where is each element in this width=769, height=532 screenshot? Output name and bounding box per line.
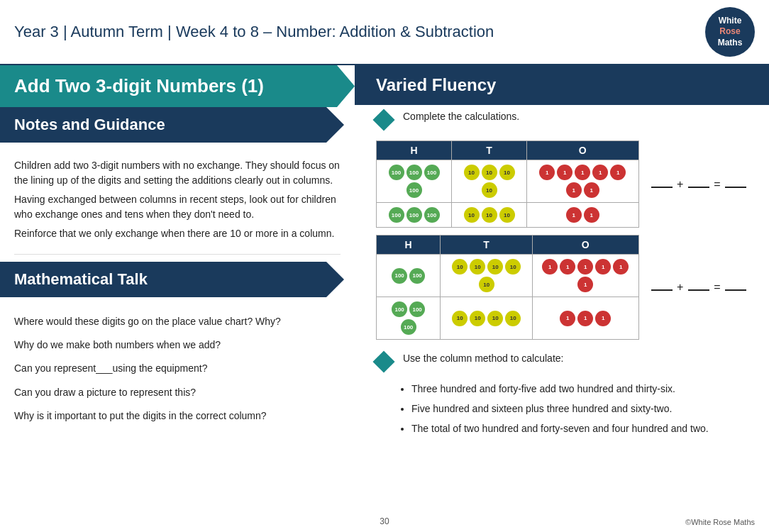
counter-green: 100 — [401, 319, 416, 335]
pv-table-2-wrapper: H T O 100 100 — [376, 235, 748, 340]
counter-red: 1 — [592, 165, 608, 180]
counter-yellow: 10 — [452, 259, 468, 275]
t1-r1-h: 100 100 100 100 — [377, 160, 452, 203]
counter-red: 1 — [560, 259, 575, 275]
counter-yellow: 10 — [499, 165, 515, 180]
bullet-list: Three hundred and forty-five add two hun… — [411, 381, 748, 437]
counter-yellow: 10 — [479, 277, 494, 292]
col-h-1: H — [377, 141, 452, 160]
instruction-1-text: Complete the calculations. — [403, 111, 519, 122]
logo-white: White — [719, 16, 742, 27]
footer-right: ©White Rose Maths — [685, 518, 755, 526]
notes-heading-text: Notes and Guidance — [14, 116, 165, 133]
right-col-inner: Complete the calculations. H T O — [355, 105, 769, 445]
counter-yellow: 10 — [464, 165, 480, 180]
varied-fluency-title: Varied Fluency — [376, 75, 496, 95]
counter-yellow: 10 — [482, 207, 497, 223]
counter-red: 1 — [557, 165, 572, 180]
table-row-2-1: 100 100 10 10 10 10 10 — [377, 255, 639, 297]
instruction-2: Use the column method to calculate: — [355, 347, 769, 375]
counter-green: 100 — [409, 268, 425, 284]
table-row-2-2: 100 100 100 10 10 10 10 — [377, 297, 639, 340]
counter-red: 1 — [542, 259, 558, 275]
counter-green: 100 — [406, 165, 422, 180]
col-o-1: O — [527, 141, 638, 160]
t2-r2-o: 1 1 1 — [533, 297, 639, 340]
varied-fluency-header: Varied Fluency — [355, 65, 769, 105]
bullet-1: Three hundred and forty-five add two hun… — [411, 381, 748, 398]
t2-r1-h: 100 100 — [377, 255, 441, 297]
pv-table-1-wrapper: H T O 100 100 100 10 — [376, 140, 748, 228]
counter-yellow: 10 — [470, 311, 485, 326]
left-column: Add Two 3-digit Numbers (1) Notes and Gu… — [0, 65, 355, 445]
page-number: 30 — [380, 516, 389, 526]
math-talk-q2: Why do we make both numbers when we add? — [14, 336, 341, 354]
t1-r1-o: 1 1 1 1 1 1 1 — [527, 160, 638, 203]
equation-2: + = — [650, 281, 748, 294]
bullet-2: Five hundred and sixteen plus three hund… — [411, 401, 748, 418]
table-row-1-2: 100 100 100 10 10 10 — [377, 203, 639, 228]
counter-green: 100 — [406, 182, 422, 198]
counter-yellow: 10 — [464, 207, 480, 223]
counter-green: 100 — [409, 301, 425, 317]
counter-yellow: 10 — [505, 259, 521, 275]
counter-green: 100 — [389, 165, 404, 180]
counter-green: 100 — [424, 165, 440, 180]
counter-yellow: 10 — [482, 182, 497, 198]
header-title-text: Year 3 | Autumn Term | Week 4 to 8 – Num… — [14, 23, 494, 40]
counter-green: 100 — [406, 207, 422, 223]
counter-green: 100 — [389, 207, 404, 223]
counter-yellow: 10 — [505, 311, 521, 326]
counter-yellow: 10 — [487, 311, 503, 326]
math-talk-heading-text: Mathematical Talk — [14, 270, 148, 288]
counter-red: 1 — [575, 165, 590, 180]
main-content: Add Two 3-digit Numbers (1) Notes and Gu… — [0, 65, 769, 445]
divider-1 — [14, 254, 341, 255]
diamond-icon-1 — [376, 112, 397, 128]
t1-r2-t: 10 10 10 — [452, 203, 527, 228]
counter-red: 1 — [560, 311, 575, 326]
column-method-section: Three hundred and forty-five add two hun… — [355, 375, 769, 445]
t1-r2-h: 100 100 100 — [377, 203, 452, 228]
counter-red: 1 — [577, 259, 593, 275]
col-o-2: O — [533, 235, 639, 255]
notes-text-2: Having exchanged between columns in rece… — [14, 192, 341, 222]
counter-red: 1 — [539, 165, 555, 180]
right-column: Varied Fluency Complete the calculations… — [355, 65, 769, 445]
counter-red: 1 — [577, 311, 593, 326]
counter-yellow: 10 — [452, 311, 468, 326]
copyright: ©White Rose Maths — [685, 518, 755, 526]
col-t-2: T — [441, 235, 533, 255]
diamond-icon-2 — [376, 354, 397, 370]
counter-red: 1 — [566, 182, 582, 198]
math-talk-q3: Can you represent___using the equipment? — [14, 360, 341, 377]
equation-1: + = — [650, 178, 748, 191]
counter-green: 100 — [392, 268, 407, 284]
math-talk-q4: Can you draw a picture to represent this… — [14, 384, 341, 401]
instruction-1: Complete the calculations. — [355, 105, 769, 133]
counter-red: 1 — [595, 311, 611, 326]
math-talk-q5: Why is it important to put the digits in… — [14, 407, 341, 425]
header-title: Year 3 | Autumn Term | Week 4 to 8 – Num… — [14, 23, 494, 41]
pv-table-1: H T O 100 100 100 10 — [376, 140, 639, 228]
notes-text-1: Children add two 3-digit numbers with no… — [14, 158, 341, 188]
counter-red: 1 — [613, 259, 629, 275]
table-row-1-1: 100 100 100 100 10 10 10 — [377, 160, 639, 203]
counter-red: 1 — [584, 207, 599, 223]
math-talk-heading: Mathematical Talk — [0, 262, 355, 297]
logo: White Rose Maths — [705, 7, 755, 57]
main-heading-text: Add Two 3-digit Numbers (1) — [14, 75, 264, 96]
math-talk-q1: Where would these digits go on the place… — [14, 313, 341, 331]
t1-r1-t: 10 10 10 10 — [452, 160, 527, 203]
counter-green: 100 — [424, 207, 440, 223]
col-t-1: T — [452, 141, 527, 160]
counter-red: 1 — [577, 277, 593, 292]
t2-r2-h: 100 100 100 — [377, 297, 441, 340]
notes-section: Children add two 3-digit numbers with no… — [0, 150, 355, 254]
counter-red: 1 — [566, 207, 582, 223]
logo-maths: Maths — [718, 38, 743, 49]
page-header: Year 3 | Autumn Term | Week 4 to 8 – Num… — [0, 0, 769, 65]
t2-r2-t: 10 10 10 10 — [441, 297, 533, 340]
footer: 30 — [0, 516, 769, 526]
pv-table-2: H T O 100 100 — [376, 235, 639, 340]
